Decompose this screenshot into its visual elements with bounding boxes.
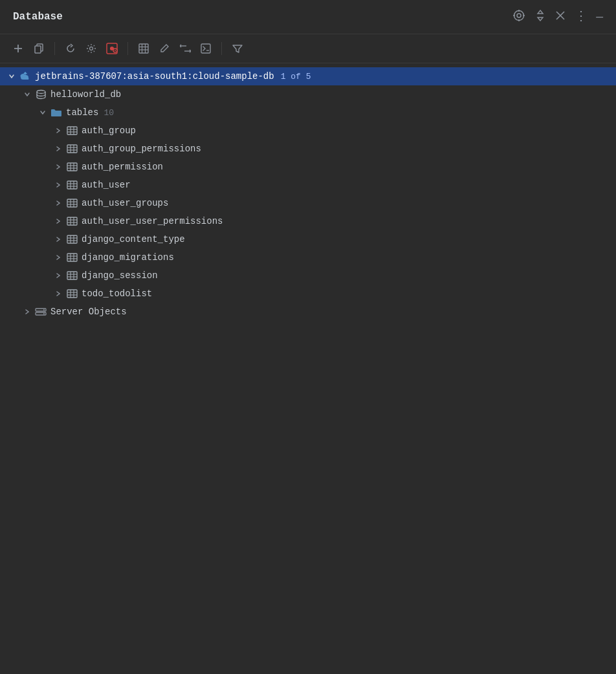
svg-point-0 [514, 11, 524, 21]
table-icon [65, 287, 79, 301]
tree-item-auth-permission[interactable]: auth_permission [0, 158, 616, 176]
table-icon [65, 178, 79, 192]
chevron-expanded-icon [21, 88, 34, 101]
django-content-type-label: django_content_type [82, 234, 185, 245]
chevron-collapsed-icon [52, 287, 65, 300]
tree-item-server-objects[interactable]: Server Objects [0, 303, 616, 321]
auth-permission-label: auth_permission [82, 162, 163, 172]
tree-item-auth-group[interactable]: auth_group [0, 122, 616, 140]
tree-item-todo-todolist[interactable]: todo_todolist [0, 285, 616, 303]
tables-count: 10 [104, 108, 114, 118]
chevron-expanded-icon [36, 106, 49, 119]
panel-title: Database [13, 11, 63, 23]
minimize-icon[interactable]: — [596, 11, 603, 23]
refresh-button[interactable] [61, 39, 80, 58]
panel-header: Database [0, 0, 616, 34]
add-button[interactable] [9, 39, 27, 58]
close-icon[interactable] [555, 10, 566, 23]
sep3 [221, 42, 222, 55]
tree-item-auth-group-permissions[interactable]: auth_group_permissions [0, 140, 616, 158]
chevron-expanded-icon [5, 70, 18, 83]
tree-item-django-content-type[interactable]: django_content_type [0, 230, 616, 248]
tree-item-auth-user[interactable]: auth_user [0, 176, 616, 194]
django-migrations-label: django_migrations [82, 252, 174, 263]
django-session-label: django_session [82, 270, 158, 281]
connection-label: jetbrains-387607:asia-south1:cloud-sampl… [35, 71, 274, 82]
chevron-collapsed-icon [52, 142, 65, 155]
server-objects-label: Server Objects [50, 307, 127, 317]
db-icon [34, 87, 48, 102]
chevron-collapsed-icon [52, 160, 65, 173]
auth-user-label: auth_user [82, 180, 131, 190]
header-actions: ⋮ — [512, 9, 603, 25]
svg-point-79 [43, 313, 45, 314]
table-icon [65, 232, 79, 246]
auth-user-groups-label: auth_user_groups [82, 198, 168, 208]
settings-button[interactable] [82, 39, 100, 58]
sep2 [127, 42, 128, 55]
svg-rect-23 [201, 44, 210, 53]
svg-point-12 [90, 47, 93, 50]
svg-rect-46 [67, 199, 77, 207]
more-icon[interactable]: ⋮ [575, 10, 587, 23]
svg-point-1 [517, 14, 521, 17]
table-icon [65, 250, 79, 265]
chevron-collapsed-icon [52, 215, 65, 228]
table-view-button[interactable] [135, 39, 153, 58]
copy-button[interactable] [30, 39, 48, 58]
sep1 [54, 42, 55, 55]
chevron-collapsed-icon [52, 269, 65, 282]
svg-rect-31 [67, 145, 77, 153]
up-down-icon[interactable] [534, 9, 546, 25]
svg-rect-71 [67, 290, 77, 298]
svg-rect-41 [67, 181, 77, 189]
edit-button[interactable] [155, 39, 173, 58]
svg-rect-18 [139, 44, 148, 53]
chevron-collapsed-icon [52, 233, 65, 246]
connect-button[interactable] [103, 39, 121, 58]
tree-item-django-migrations[interactable]: django_migrations [0, 248, 616, 266]
svg-rect-56 [67, 235, 77, 243]
auth-group-permissions-label: auth_group_permissions [82, 144, 201, 154]
toolbar [0, 34, 616, 63]
console-button[interactable] [197, 39, 215, 58]
connection-badge: 1 of 5 [281, 72, 319, 82]
database-tree: jetbrains-387607:asia-south1:cloud-sampl… [0, 63, 616, 674]
tree-item-tables[interactable]: tables 10 [0, 103, 616, 122]
tree-item-auth-user-groups[interactable]: auth_user_groups [0, 194, 616, 212]
target-icon[interactable] [512, 9, 525, 25]
todo-todolist-label: todo_todolist [82, 288, 152, 299]
jump-button[interactable] [176, 39, 194, 58]
chevron-collapsed-icon [52, 179, 65, 191]
tree-item-django-session[interactable]: django_session [0, 266, 616, 285]
chevron-collapsed-icon [52, 124, 65, 137]
auth-group-label: auth_group [82, 125, 136, 136]
svg-rect-61 [67, 254, 77, 261]
chevron-collapsed-icon [21, 305, 34, 318]
chevron-collapsed-icon [52, 251, 65, 264]
helloworld-db-label: helloworld_db [50, 89, 121, 100]
table-icon [65, 160, 79, 174]
filter-button[interactable] [228, 39, 247, 58]
database-panel: Database [0, 0, 616, 674]
svg-rect-11 [35, 46, 41, 53]
tables-label: tables [66, 107, 98, 118]
svg-point-25 [37, 91, 45, 94]
table-icon [65, 268, 79, 283]
chevron-collapsed-icon [52, 197, 65, 210]
table-icon [65, 196, 79, 210]
tree-item-helloworld-db[interactable]: helloworld_db [0, 85, 616, 103]
tree-item-auth-user-perms[interactable]: auth_user_user_permissions [0, 212, 616, 230]
auth-user-perms-label: auth_user_user_permissions [82, 216, 223, 226]
svg-rect-51 [67, 217, 77, 225]
cloud-db-icon [18, 69, 32, 83]
folder-icon [49, 105, 63, 120]
svg-rect-66 [67, 272, 77, 279]
tree-item-connection[interactable]: jetbrains-387607:asia-south1:cloud-sampl… [0, 67, 616, 85]
table-icon [65, 124, 79, 138]
svg-rect-26 [67, 127, 77, 135]
table-icon [65, 214, 79, 228]
svg-rect-36 [67, 163, 77, 171]
svg-point-78 [43, 309, 45, 310]
server-objects-icon [34, 305, 48, 319]
